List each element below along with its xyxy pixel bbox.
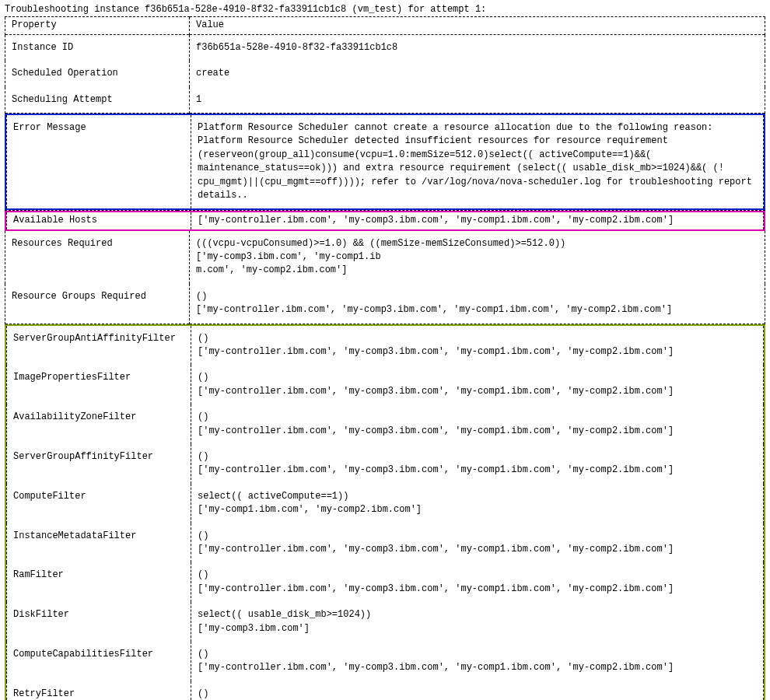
scheduled-op-row: Scheduled Operation create <box>5 61 765 86</box>
filters-highlight: ServerGroupAntiAffinityFilter () ['my-co… <box>5 324 765 700</box>
instance-id-label: Instance ID <box>5 35 190 61</box>
sg-affinity-filter-row: ServerGroupAffinityFilter () ['my-contro… <box>7 444 764 484</box>
col-property: Property <box>5 17 190 34</box>
error-message-row: Error Message Platform Resource Schedule… <box>7 115 764 208</box>
error-message-label: Error Message <box>7 115 191 208</box>
compute-capabilities-filter-label: ComputeCapabilitiesFilter <box>7 642 191 681</box>
scheduled-op-label: Scheduled Operation <box>5 61 190 86</box>
resources-required-label: Resources Required <box>5 231 190 284</box>
availability-zone-filter-value: () ['my-controller.ibm.com', 'my-comp3.i… <box>191 404 764 444</box>
ram-filter-label: RamFilter <box>7 562 191 602</box>
image-properties-filter-value: () ['my-controller.ibm.com', 'my-comp3.i… <box>191 365 764 404</box>
compute-filter-label: ComputeFilter <box>7 484 191 523</box>
resource-groups-required-label: Resource Groups Required <box>5 284 190 324</box>
available-hosts-label: Available Hosts <box>7 212 191 229</box>
instance-id-value: f36b651a-528e-4910-8f32-fa33911cb1c8 <box>190 35 765 61</box>
available-hosts-row: Available Hosts ['my-controller.ibm.com'… <box>7 212 764 229</box>
image-properties-filter-row: ImagePropertiesFilter () ['my-controller… <box>7 365 764 404</box>
compute-filter-value: select(( activeCompute==1)) ['my-comp1.i… <box>191 484 764 523</box>
error-message-value: Platform Resource Scheduler cannot creat… <box>191 115 764 208</box>
availability-zone-filter-row: AvailabilityZoneFilter () ['my-controlle… <box>7 404 764 444</box>
disk-filter-label: DiskFilter <box>7 602 191 642</box>
ram-filter-value: () ['my-controller.ibm.com', 'my-comp3.i… <box>191 562 764 602</box>
sg-anti-affinity-filter-row: ServerGroupAntiAffinityFilter () ['my-co… <box>7 326 764 366</box>
scheduling-attempt-label: Scheduling Attempt <box>5 87 190 114</box>
available-hosts-highlight: Available Hosts ['my-controller.ibm.com'… <box>5 211 765 230</box>
compute-filter-row: ComputeFilter select(( activeCompute==1)… <box>7 484 764 523</box>
availability-zone-filter-label: AvailabilityZoneFilter <box>7 404 191 444</box>
sg-affinity-filter-label: ServerGroupAffinityFilter <box>7 444 191 484</box>
sg-anti-affinity-filter-label: ServerGroupAntiAffinityFilter <box>7 326 191 366</box>
available-hosts-value: ['my-controller.ibm.com', 'my-comp3.ibm.… <box>191 212 764 229</box>
scheduling-attempt-value: 1 <box>190 87 765 114</box>
page-title: Troubleshooting instance f36b651a-528e-4… <box>5 3 765 16</box>
resource-groups-required-row: Resource Groups Required () ['my-control… <box>5 284 765 324</box>
scheduling-attempt-row: Scheduling Attempt 1 <box>5 87 765 114</box>
error-message-highlight: Error Message Platform Resource Schedule… <box>5 114 765 210</box>
table-header-row: Property Value <box>5 17 765 34</box>
instance-id-row: Instance ID f36b651a-528e-4910-8f32-fa33… <box>5 35 765 61</box>
disk-filter-value: select(( usable_disk_mb>=1024)) ['my-com… <box>191 602 764 642</box>
retry-filter-row: RetryFilter () ['my-controller.ibm.com',… <box>7 681 764 700</box>
disk-filter-row: DiskFilter select(( usable_disk_mb>=1024… <box>7 602 764 642</box>
sg-anti-affinity-filter-value: () ['my-controller.ibm.com', 'my-comp3.i… <box>191 326 764 366</box>
scheduled-op-value: create <box>190 61 765 86</box>
compute-capabilities-filter-value: () ['my-controller.ibm.com', 'my-comp3.i… <box>191 642 764 681</box>
image-properties-filter-label: ImagePropertiesFilter <box>7 365 191 404</box>
resource-groups-required-value: () ['my-controller.ibm.com', 'my-comp3.i… <box>190 284 765 324</box>
sg-affinity-filter-value: () ['my-controller.ibm.com', 'my-comp3.i… <box>191 444 764 484</box>
retry-filter-value: () ['my-controller.ibm.com', 'my-comp3.i… <box>191 681 764 700</box>
resources-required-value: (((vcpu-vcpuConsumed)>=1.0) && ((memSize… <box>190 231 765 284</box>
col-value: Value <box>190 17 765 34</box>
compute-capabilities-filter-row: ComputeCapabilitiesFilter () ['my-contro… <box>7 642 764 681</box>
ram-filter-row: RamFilter () ['my-controller.ibm.com', '… <box>7 562 764 602</box>
resources-required-row: Resources Required (((vcpu-vcpuConsumed)… <box>5 231 765 284</box>
instance-metadata-filter-label: InstanceMetadataFilter <box>7 523 191 563</box>
retry-filter-label: RetryFilter <box>7 681 191 700</box>
troubleshoot-table: Property Value Instance ID f36b651a-528e… <box>5 16 765 114</box>
instance-metadata-filter-value: () ['my-controller.ibm.com', 'my-comp3.i… <box>191 523 764 563</box>
instance-metadata-filter-row: InstanceMetadataFilter () ['my-controlle… <box>7 523 764 563</box>
